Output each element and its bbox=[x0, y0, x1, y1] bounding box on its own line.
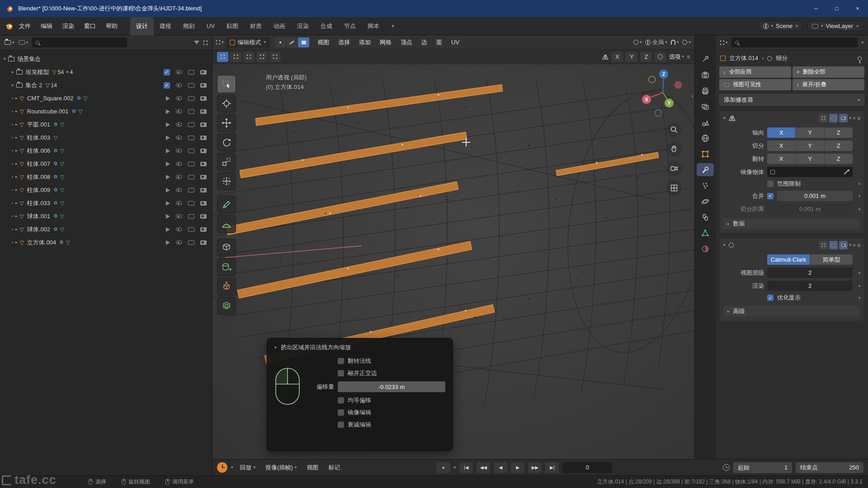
outliner-row-object[interactable]: ▸ ▽ Roundcube.001 ⚙ ▽ bbox=[0, 105, 212, 118]
outliner-row-object[interactable]: ▸ ▽ 柱体.008 ⚙ ▽ bbox=[0, 170, 212, 183]
disable-viewport-icon[interactable] bbox=[188, 188, 194, 192]
grid-toggle-icon[interactable] bbox=[666, 180, 682, 196]
axis-z-button[interactable]: Z bbox=[825, 127, 853, 138]
disable-viewport-icon[interactable] bbox=[188, 122, 194, 127]
bisect-x-button[interactable]: X bbox=[767, 141, 796, 151]
disclosure-icon[interactable]: ▸ bbox=[12, 70, 14, 74]
transform-orientation-button[interactable]: 全局▾ bbox=[645, 38, 667, 47]
tool-select-box[interactable] bbox=[217, 75, 236, 93]
properties-tab-output[interactable] bbox=[697, 84, 714, 97]
editor-type-button[interactable]: ▾ bbox=[5, 40, 14, 45]
merge-value-field[interactable]: 0.001 m bbox=[777, 191, 853, 201]
axis-x-button[interactable]: X bbox=[767, 127, 796, 138]
frame-end-field[interactable]: 结束点 250 bbox=[796, 462, 863, 473]
selectable-icon[interactable] bbox=[166, 201, 170, 206]
hide-eye-icon[interactable] bbox=[176, 227, 182, 231]
current-frame-field[interactable]: 0 bbox=[562, 462, 612, 473]
hide-eye-icon[interactable] bbox=[176, 201, 182, 205]
sidebar-toggle-icon[interactable]: ‹ bbox=[692, 93, 693, 99]
disable-render-icon[interactable] bbox=[200, 188, 207, 192]
add-workspace-button[interactable]: + bbox=[385, 17, 401, 35]
menu-add[interactable]: 添加 bbox=[355, 37, 374, 48]
disable-render-icon[interactable] bbox=[200, 136, 207, 140]
hide-eye-icon[interactable] bbox=[176, 96, 182, 100]
hide-eye-icon[interactable] bbox=[176, 70, 182, 74]
disable-render-icon[interactable] bbox=[200, 214, 207, 219]
tool-extrude[interactable] bbox=[217, 277, 236, 296]
outliner-row-object[interactable]: ▸ ▽ 柱体.009 ⚙ ▽ bbox=[0, 183, 212, 197]
edit-mode-toggle[interactable] bbox=[819, 114, 828, 122]
flip-x-button[interactable]: X bbox=[767, 154, 796, 164]
disable-viewport-icon[interactable] bbox=[188, 70, 194, 75]
outliner-row-object[interactable]: ▸ ▽ 球体.002 ⚙ ▽ bbox=[0, 223, 212, 236]
disable-viewport-icon[interactable] bbox=[188, 214, 194, 219]
disable-viewport-icon[interactable] bbox=[188, 136, 194, 140]
menu-edit[interactable]: 编辑 bbox=[36, 20, 57, 32]
tool-measure[interactable] bbox=[217, 215, 236, 233]
tool-add-cube[interactable] bbox=[217, 239, 236, 257]
disclosure-icon[interactable]: ▸ bbox=[15, 109, 18, 113]
selectable-icon[interactable] bbox=[166, 109, 170, 114]
outliner-row-object[interactable]: ▸ ▽ CMT_Square.002 ⚙ ▽ bbox=[0, 92, 212, 105]
jump-to-end-button[interactable]: ▶| bbox=[545, 462, 559, 473]
disclosure-icon[interactable]: ▸ bbox=[15, 227, 18, 231]
disclosure-icon[interactable]: ▸ bbox=[15, 122, 18, 127]
filter-icon[interactable] bbox=[194, 41, 199, 44]
object-name[interactable]: 柱体.033 bbox=[27, 199, 50, 207]
flip-z-button[interactable]: Z bbox=[825, 154, 853, 164]
bisect-distance-field[interactable]: 0.001 m bbox=[767, 204, 853, 214]
select-extend-button[interactable] bbox=[230, 52, 241, 62]
play-reverse-button[interactable]: ◀ bbox=[494, 462, 507, 473]
tool-scale[interactable] bbox=[217, 153, 236, 171]
selectable-icon[interactable] bbox=[166, 240, 170, 245]
outliner-row-object[interactable]: ▸ ▽ 柱体.007 ⚙ ▽ bbox=[0, 157, 212, 170]
viewlayer-selector[interactable]: ▾ ViewLayer + bbox=[807, 21, 863, 31]
object-name[interactable]: 柱体.007 bbox=[27, 160, 50, 168]
select-new-button[interactable] bbox=[217, 52, 228, 62]
disclosure-icon[interactable]: ▸ bbox=[15, 96, 18, 100]
animate-dot[interactable] bbox=[859, 208, 860, 210]
disable-viewport-icon[interactable] bbox=[188, 149, 194, 153]
object-name[interactable]: 平面.001 bbox=[27, 121, 50, 129]
next-keyframe-button[interactable]: ▶▶ bbox=[528, 462, 542, 473]
object-name[interactable]: 球体.002 bbox=[27, 225, 50, 234]
disable-viewport-icon[interactable] bbox=[188, 96, 194, 101]
animate-dot[interactable] bbox=[859, 195, 860, 197]
menu-select[interactable]: 选择 bbox=[335, 37, 354, 48]
selectable-icon[interactable] bbox=[166, 227, 170, 232]
properties-tab-object[interactable] bbox=[697, 147, 714, 160]
tab-design[interactable]: 设计 bbox=[130, 17, 154, 35]
outliner-search-input[interactable] bbox=[32, 38, 127, 47]
flip-normals-checkbox[interactable] bbox=[338, 358, 344, 364]
pivot-point-button[interactable]: ▾ bbox=[633, 40, 642, 45]
animate-dot[interactable] bbox=[859, 285, 860, 287]
tab-texture-paint[interactable]: 贴图 bbox=[221, 17, 244, 35]
drag-handle-icon[interactable]: ≡ bbox=[857, 243, 860, 248]
outliner-row-object[interactable]: ▸ ▽ 柱体.006 ⚙ ▽ bbox=[0, 144, 212, 157]
properties-tab-material[interactable] bbox=[697, 242, 714, 255]
disclosure-icon[interactable]: ▸ bbox=[15, 136, 18, 140]
properties-tab-modifiers[interactable] bbox=[697, 163, 714, 176]
menu-edge[interactable]: 边 bbox=[418, 37, 431, 48]
mirror-y-button[interactable]: Y bbox=[626, 52, 637, 62]
merge-checkbox[interactable] bbox=[767, 193, 774, 199]
tool-move[interactable] bbox=[217, 114, 236, 132]
realtime-toggle[interactable] bbox=[829, 114, 838, 122]
extras-dropdown-icon[interactable]: ▾ bbox=[849, 243, 851, 247]
bisect-y-button[interactable]: Y bbox=[796, 141, 824, 151]
offset-value-field[interactable]: -0.0233 m bbox=[338, 381, 445, 392]
new-viewlayer-icon[interactable]: + bbox=[856, 23, 859, 29]
disclosure-icon[interactable]: ▸ bbox=[15, 240, 18, 244]
timeline-editor-type-icon[interactable] bbox=[217, 462, 227, 473]
tool-options-dropdown[interactable]: 选项▾ bbox=[669, 53, 684, 61]
disclosure-icon[interactable]: ▸ bbox=[15, 201, 18, 205]
hide-eye-icon[interactable] bbox=[176, 149, 182, 153]
view-visibility-button[interactable]: 视图可见性 bbox=[719, 79, 791, 90]
tool-transform[interactable] bbox=[217, 172, 236, 190]
face-select-button[interactable] bbox=[298, 38, 309, 47]
expand-collapse-button[interactable]: ↕展开/折叠 bbox=[793, 79, 864, 90]
close-modifier-icon[interactable]: × bbox=[853, 243, 856, 248]
edge-select-button[interactable] bbox=[286, 38, 297, 47]
properties-tab-render[interactable] bbox=[697, 68, 714, 81]
dissolve-orthogonal-checkbox[interactable] bbox=[338, 370, 344, 376]
